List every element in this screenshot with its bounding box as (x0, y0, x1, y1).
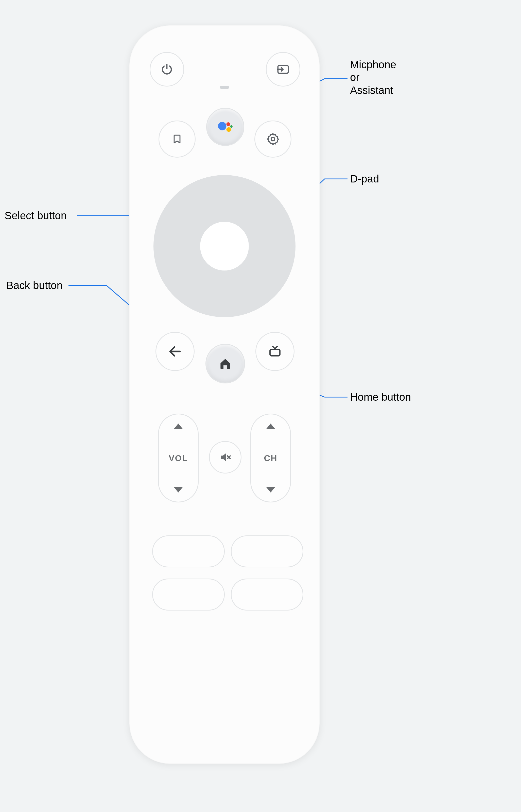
label-mic: Micphone or Assistant (350, 58, 396, 97)
tv-icon (267, 345, 283, 358)
tv-button[interactable] (255, 332, 294, 371)
svg-point-1 (218, 122, 227, 131)
chevron-down-icon (266, 487, 275, 493)
diagram-canvas: Micphone or Assistant D-pad Select butto… (0, 0, 521, 812)
label-dpad: D-pad (350, 173, 379, 185)
bookmark-button[interactable] (159, 120, 196, 158)
svg-point-3 (227, 127, 231, 132)
chevron-up-icon (266, 424, 275, 429)
label-home: Home button (350, 391, 411, 403)
svg-rect-6 (270, 349, 280, 356)
select-button[interactable] (200, 222, 249, 271)
label-select: Select button (4, 209, 67, 222)
oem-button-2[interactable] (231, 535, 303, 567)
input-icon (276, 62, 290, 76)
home-button[interactable] (205, 344, 245, 383)
svg-point-5 (271, 137, 275, 141)
mute-icon (219, 451, 232, 464)
oem-button-1[interactable] (152, 535, 225, 567)
chevron-up-icon (174, 424, 183, 429)
svg-point-4 (230, 125, 233, 128)
settings-icon (266, 132, 280, 146)
volume-label: VOL (169, 453, 188, 463)
power-icon (160, 63, 174, 76)
home-icon (218, 357, 232, 371)
input-button[interactable] (266, 52, 300, 87)
channel-label: CH (264, 453, 277, 463)
oem-button-3[interactable] (152, 579, 225, 610)
back-arrow-icon (168, 344, 182, 359)
assistant-icon (216, 118, 234, 136)
oem-button-4[interactable] (231, 579, 303, 610)
mute-button[interactable] (209, 441, 242, 474)
remote-body: VOL CH (129, 25, 320, 764)
bookmark-icon (171, 132, 183, 146)
status-led (220, 86, 229, 89)
power-button[interactable] (150, 52, 184, 87)
volume-rocker[interactable]: VOL (158, 413, 199, 502)
channel-rocker[interactable]: CH (250, 413, 291, 502)
chevron-down-icon (174, 487, 183, 493)
label-back: Back button (6, 279, 63, 292)
svg-point-2 (227, 122, 230, 126)
back-button[interactable] (156, 332, 195, 371)
settings-button[interactable] (254, 120, 291, 158)
assistant-button[interactable] (206, 108, 244, 146)
